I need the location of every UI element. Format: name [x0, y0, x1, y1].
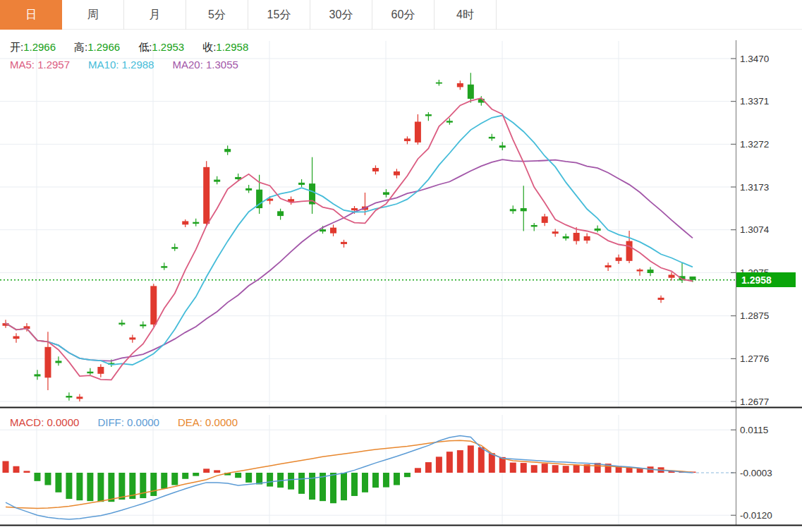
ohlc-item-0: 开:1.2966: [10, 41, 56, 54]
legend-item-1: MA10: 1.2988: [88, 59, 154, 71]
tab-month[interactable]: 月: [124, 0, 186, 30]
macd-axis-label: -0.0003: [740, 468, 772, 478]
macd-axis-label: 0.0115: [740, 425, 768, 435]
macd-legend: MACD: 0.0000DIFF: 0.0000DEA: 0.0000: [10, 416, 256, 429]
legend-item-0: MACD: 0.0000: [10, 416, 79, 429]
price-axis-label: 1.3470: [740, 54, 769, 64]
candles: [3, 73, 696, 401]
tab-day[interactable]: 日: [0, 0, 62, 30]
legend-item-0: MA5: 1.2957: [10, 59, 70, 71]
tab-4hour[interactable]: 4时: [435, 0, 497, 30]
ohlc-item-2: 低:1.2953: [138, 41, 184, 54]
legend-item-2: DEA: 0.0000: [178, 416, 238, 429]
ma-legend: MA5: 1.2957MA10: 1.2988MA20: 1.3055: [10, 59, 257, 71]
price-axis-label: 1.3173: [740, 182, 769, 193]
ohlc-item-3: 收:1.2958: [202, 41, 248, 54]
ohlc-item-1: 高:1.2966: [74, 41, 120, 54]
tab-week[interactable]: 周: [62, 0, 124, 30]
tab-15min[interactable]: 15分: [248, 0, 310, 30]
current-price-tag: 1.2958: [736, 272, 796, 287]
tab-60min[interactable]: 60分: [372, 0, 435, 30]
price-axis-label: 1.2677: [740, 397, 769, 407]
tab-30min[interactable]: 30分: [310, 0, 372, 30]
price-axis-label: 1.2776: [740, 353, 769, 364]
legend-item-1: DIFF: 0.0000: [97, 416, 159, 429]
tab-5min[interactable]: 5分: [186, 0, 248, 30]
price-axis-label: 1.3272: [740, 139, 769, 150]
legend-item-2: MA20: 1.3055: [172, 59, 238, 71]
macd-axis-label: -0.0120: [740, 510, 772, 521]
gridlines: [0, 41, 736, 525]
price-axis-label: 1.2875: [740, 310, 769, 321]
kline-chart-canvas: 1.34701.33711.32721.31731.30741.29751.28…: [0, 0, 802, 532]
macd-histogram: [3, 445, 696, 503]
ma20-line: [6, 159, 693, 361]
ohlc-legend: 开:1.2966高:1.2966低:1.2953收:1.2958: [10, 41, 267, 54]
price-axis-label: 1.3074: [740, 224, 770, 235]
timeframe-tab-bar: 日周月5分15分30分60分4时: [0, 0, 802, 30]
kline-app: 1.34701.33711.32721.31731.30741.29751.28…: [0, 0, 802, 532]
price-axis-label: 1.3371: [740, 96, 769, 107]
